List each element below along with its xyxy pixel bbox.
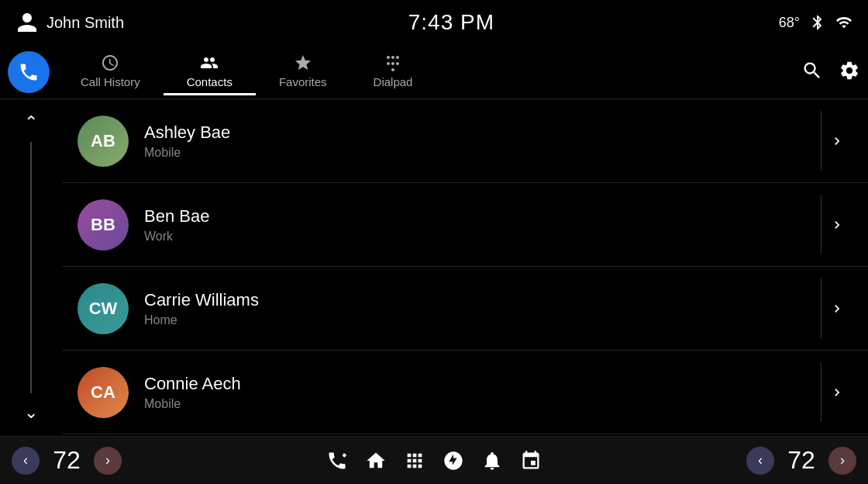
- contacts-list: AB Ashley Bae Mobile BB Ben Bae Work: [62, 99, 868, 436]
- contact-divider: [821, 111, 822, 171]
- left-temp-decrease-button[interactable]: ‹: [12, 447, 40, 475]
- contact-name: Carrie Williams: [144, 290, 822, 310]
- contact-info: Carrie Williams Home: [144, 290, 822, 327]
- bottom-bar: ‹ 72 ›: [0, 436, 868, 484]
- right-temp-control: ‹ 72 ›: [746, 446, 856, 475]
- tab-call-history[interactable]: Call History: [57, 49, 164, 95]
- left-temp-increase-button[interactable]: ›: [94, 447, 122, 475]
- contact-divider: [821, 362, 822, 422]
- contact-avatar: CW: [78, 283, 129, 334]
- contact-type: Mobile: [144, 146, 822, 160]
- time-display: 7:43 PM: [408, 10, 494, 35]
- avatar-face: CA: [78, 367, 129, 418]
- notification-icon[interactable]: [481, 450, 503, 472]
- main-content: ⌃ ⌄ AB Ashley Bae Mobile BB Ben Bae: [0, 99, 868, 436]
- settings-button[interactable]: [839, 60, 860, 85]
- left-temp-value: 72: [47, 446, 86, 475]
- nav-tabs: Call History Contacts Favorites Dialpad: [57, 49, 801, 95]
- sidebar-divider: [30, 142, 32, 393]
- left-temp-control: ‹ 72 ›: [12, 446, 122, 475]
- tab-favorites[interactable]: Favorites: [256, 49, 350, 95]
- contact-avatar: CA: [78, 367, 129, 418]
- right-temp-increase-button[interactable]: ›: [828, 447, 856, 475]
- avatar-face: BB: [78, 199, 129, 251]
- tab-contacts-label: Contacts: [187, 75, 232, 88]
- search-button[interactable]: [801, 60, 823, 85]
- tab-call-history-label: Call History: [81, 75, 140, 88]
- contact-avatar: AB: [78, 116, 129, 167]
- right-temp-decrease-button[interactable]: ‹: [746, 447, 774, 475]
- scroll-down-button[interactable]: ⌄: [16, 397, 46, 428]
- heated-seat-icon[interactable]: [520, 450, 542, 472]
- tab-dialpad[interactable]: Dialpad: [350, 49, 436, 95]
- bluetooth-icon: [809, 14, 826, 31]
- home-icon[interactable]: [365, 450, 387, 472]
- status-left: John Smith: [16, 11, 124, 34]
- apps-icon[interactable]: [404, 450, 425, 472]
- contact-divider: [821, 195, 822, 254]
- fan-icon[interactable]: [443, 450, 464, 472]
- contact-info: Connie Aech Mobile: [144, 374, 822, 411]
- bottom-icons: [326, 450, 542, 472]
- contact-type: Work: [144, 230, 822, 244]
- phone-button[interactable]: [8, 51, 50, 93]
- contact-name: Ashley Bae: [144, 123, 822, 143]
- contact-item[interactable]: AB Ashley Bae Mobile: [62, 99, 868, 183]
- nav-actions: [801, 60, 860, 85]
- contact-name: Connie Aech: [144, 374, 822, 394]
- right-temp-value: 72: [782, 446, 821, 475]
- contact-name: Ben Bae: [144, 206, 822, 226]
- signal-icon: [835, 14, 852, 31]
- tab-dialpad-label: Dialpad: [374, 75, 413, 88]
- tab-contacts[interactable]: Contacts: [164, 49, 256, 95]
- contact-divider: [821, 278, 822, 338]
- person-icon: [16, 11, 39, 34]
- contact-item[interactable]: CW Carrie Williams Home: [62, 267, 868, 351]
- scroll-up-button[interactable]: ⌃: [16, 107, 46, 138]
- contact-type: Home: [144, 313, 822, 327]
- nav-bar: Call History Contacts Favorites Dialpad: [0, 45, 868, 99]
- contact-avatar: BB: [78, 199, 129, 251]
- contact-arrow[interactable]: [822, 133, 852, 149]
- temperature-display: 68°: [779, 15, 800, 31]
- tab-favorites-label: Favorites: [279, 75, 327, 88]
- contact-type: Mobile: [144, 397, 822, 411]
- contact-item[interactable]: CA Craig Anderson: [62, 434, 868, 436]
- avatar-face: CW: [78, 283, 129, 334]
- sidebar: ⌃ ⌄: [0, 99, 62, 436]
- contact-item[interactable]: CA Connie Aech Mobile: [62, 351, 868, 434]
- contact-arrow[interactable]: [822, 301, 852, 316]
- avatar-face: AB: [78, 116, 129, 167]
- contact-info: Ashley Bae Mobile: [144, 123, 822, 160]
- contact-item[interactable]: BB Ben Bae Work: [62, 183, 868, 267]
- contact-arrow[interactable]: [822, 217, 852, 233]
- contact-arrow[interactable]: [822, 385, 852, 400]
- contact-info: Ben Bae Work: [144, 206, 822, 244]
- call-icon[interactable]: [326, 450, 348, 472]
- user-name: John Smith: [46, 14, 124, 32]
- status-bar: John Smith 7:43 PM 68°: [0, 0, 868, 45]
- status-right: 68°: [779, 14, 852, 31]
